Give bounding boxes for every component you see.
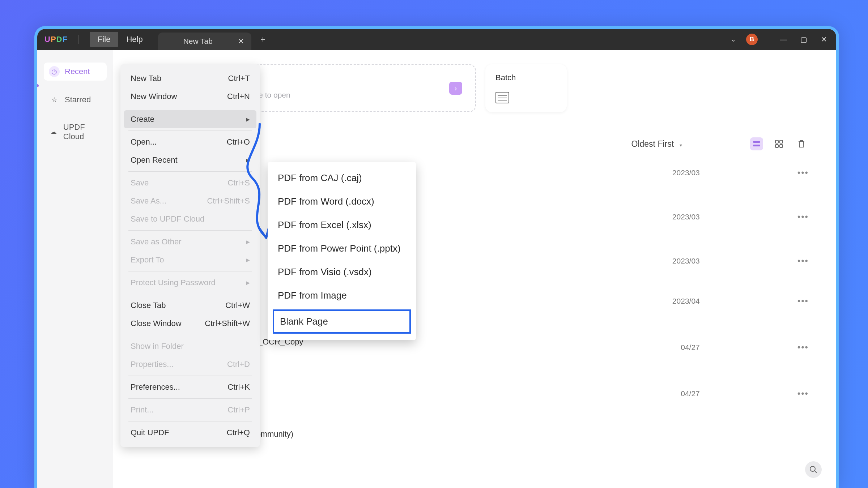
- menu-save-cloud: Save to UPDF Cloud: [124, 210, 256, 228]
- sidebar: ◷ Recent ☆ Starred ☁ UPDF Cloud: [37, 50, 113, 488]
- menu-separator: [128, 335, 252, 335]
- open-file-action-button[interactable]: ›: [449, 82, 462, 95]
- app-body: ◷ Recent ☆ Starred ☁ UPDF Cloud Open Fil…: [37, 50, 836, 488]
- menu-open[interactable]: Open...Ctrl+O: [124, 133, 256, 151]
- chevron-down-icon[interactable]: ⌄: [731, 35, 736, 43]
- file-menu-button[interactable]: •••: [797, 342, 809, 352]
- file-menu-button[interactable]: •••: [797, 389, 809, 399]
- sidebar-item-cloud[interactable]: ☁ UPDF Cloud: [44, 119, 107, 145]
- menu-separator: [128, 230, 252, 231]
- svg-rect-0: [753, 141, 760, 143]
- tab-new[interactable]: New Tab ✕: [158, 33, 251, 50]
- svg-rect-3: [780, 140, 783, 143]
- menu-create[interactable]: Create▶: [124, 110, 256, 128]
- file-date: 2023/03: [672, 168, 700, 177]
- chevron-right-icon: ▶: [246, 280, 250, 286]
- chevron-right-icon: ▶: [246, 239, 250, 245]
- batch-title: Batch: [495, 73, 557, 82]
- app-window: UPDF File Help New Tab ✕ + ⌄ B — ▢ ✕ ◷ R…: [34, 26, 839, 488]
- menu-export-to: Export To▶: [124, 251, 256, 269]
- submenu-pdf-from-ppt[interactable]: PDF from Power Point (.pptx): [268, 237, 416, 260]
- minimize-button[interactable]: —: [778, 35, 788, 44]
- trash-icon: [797, 140, 805, 148]
- chevron-right-icon: ▶: [246, 157, 250, 163]
- file-menu-button[interactable]: •••: [797, 212, 809, 222]
- menu-file[interactable]: File: [90, 32, 118, 47]
- file-dropdown-menu: New TabCtrl+T New WindowCtrl+N Create▶ O…: [120, 64, 260, 447]
- menu-save-as: Save As...Ctrl+Shift+S: [124, 192, 256, 210]
- menu-show-in-folder: Show in Folder: [124, 337, 256, 355]
- sidebar-item-label: Starred: [65, 95, 91, 104]
- menu-properties: Properties...Ctrl+D: [124, 355, 256, 373]
- menu-separator: [128, 376, 252, 376]
- list-icon: [753, 140, 761, 148]
- menu-help[interactable]: Help: [118, 32, 150, 47]
- menu-separator: [128, 398, 252, 399]
- title-bar: UPDF File Help New Tab ✕ + ⌄ B — ▢ ✕: [37, 29, 836, 50]
- file-menu-button[interactable]: •••: [797, 256, 809, 266]
- menu-preferences[interactable]: Preferences...Ctrl+K: [124, 378, 256, 396]
- main-content: Open File Drag and drop the file here to…: [113, 50, 836, 488]
- new-tab-button[interactable]: +: [260, 34, 265, 44]
- menu-separator: [128, 271, 252, 271]
- submenu-pdf-from-word[interactable]: PDF from Word (.docx): [268, 190, 416, 213]
- file-menu-button[interactable]: •••: [797, 168, 809, 178]
- svg-rect-2: [775, 140, 778, 143]
- file-menu-button[interactable]: •••: [797, 296, 809, 306]
- sidebar-item-label: UPDF Cloud: [63, 123, 102, 141]
- menu-quit[interactable]: Quit UPDFCtrl+Q: [124, 424, 256, 442]
- grid-view-button[interactable]: [773, 137, 786, 150]
- file-date: 2023/03: [672, 257, 700, 265]
- batch-icon: [495, 92, 509, 103]
- menu-close-window[interactable]: Close WindowCtrl+Shift+W: [124, 314, 256, 333]
- menu-new-tab[interactable]: New TabCtrl+T: [124, 69, 256, 87]
- chevron-right-icon: ▶: [246, 116, 250, 122]
- menubar-separator: [78, 35, 79, 44]
- svg-point-6: [810, 466, 815, 471]
- svg-rect-1: [753, 145, 760, 146]
- menu-save-other: Save as Other▶: [124, 233, 256, 251]
- menu-separator: [128, 171, 252, 172]
- file-date: 04/27: [681, 343, 700, 352]
- chevron-right-icon: ▶: [246, 257, 250, 263]
- svg-line-7: [815, 471, 817, 473]
- grid-icon: [775, 140, 783, 148]
- menu-separator: [128, 294, 252, 294]
- close-tab-icon[interactable]: ✕: [238, 37, 244, 46]
- sort-dropdown[interactable]: Oldest First: [631, 139, 683, 149]
- svg-rect-4: [775, 145, 778, 147]
- separator: [768, 35, 768, 44]
- sidebar-item-starred[interactable]: ☆ Starred: [44, 91, 107, 109]
- avatar[interactable]: B: [746, 34, 758, 45]
- submenu-blank-page[interactable]: Blank Page: [273, 309, 411, 334]
- menu-close-tab[interactable]: Close TabCtrl+W: [124, 296, 256, 314]
- submenu-pdf-from-image[interactable]: PDF from Image: [268, 284, 416, 307]
- list-view-button[interactable]: [750, 137, 763, 150]
- menu-new-window[interactable]: New WindowCtrl+N: [124, 87, 256, 106]
- svg-rect-5: [780, 145, 783, 147]
- clock-icon: ◷: [49, 66, 60, 77]
- delete-button[interactable]: [795, 137, 808, 150]
- search-icon: [809, 466, 817, 474]
- menu-save: SaveCtrl+S: [124, 174, 256, 192]
- menu-separator: [128, 130, 252, 131]
- submenu-pdf-from-visio[interactable]: PDF from Visio (.vsdx): [268, 260, 416, 284]
- titlebar-right: ⌄ B — ▢ ✕: [731, 34, 829, 45]
- cloud-icon: ☁: [49, 127, 58, 137]
- app-logo: UPDF: [44, 35, 68, 44]
- search-fab[interactable]: [805, 461, 822, 478]
- sidebar-item-label: Recent: [65, 67, 90, 76]
- menu-separator: [128, 421, 252, 421]
- submenu-pdf-from-excel[interactable]: PDF from Excel (.xlsx): [268, 213, 416, 237]
- menu-protect: Protect Using Password▶: [124, 274, 256, 292]
- file-date: 2023/03: [672, 213, 700, 221]
- menu-print: Print...Ctrl+P: [124, 401, 256, 419]
- menu-open-recent[interactable]: Open Recent▶: [124, 151, 256, 169]
- close-window-button[interactable]: ✕: [819, 35, 829, 44]
- submenu-pdf-from-caj[interactable]: PDF from CAJ (.caj): [268, 166, 416, 190]
- file-date: 04/27: [681, 389, 700, 398]
- sidebar-item-recent[interactable]: ◷ Recent: [44, 63, 107, 81]
- file-date: 2023/04: [672, 297, 700, 305]
- batch-card[interactable]: Batch: [485, 64, 567, 112]
- maximize-button[interactable]: ▢: [799, 35, 809, 44]
